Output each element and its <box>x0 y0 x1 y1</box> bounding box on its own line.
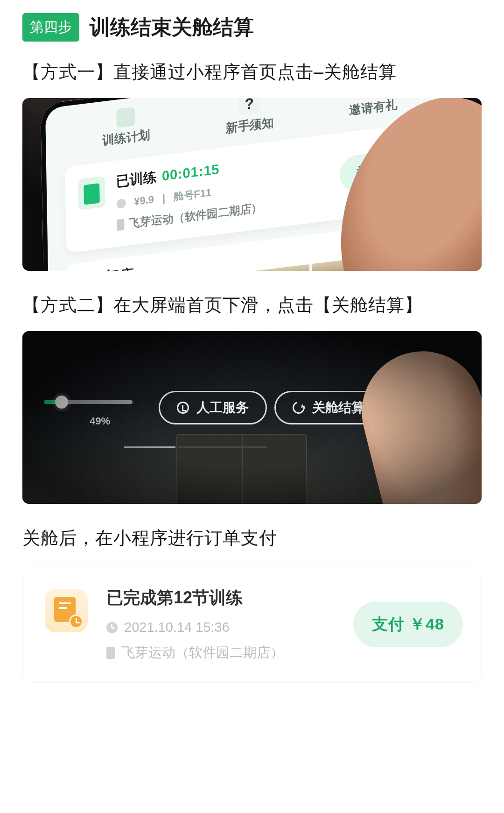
headset-icon <box>177 402 189 414</box>
trained-duration: 00:01:15 <box>162 162 220 184</box>
slider-percent: 49% <box>90 415 110 427</box>
trained-label: 已训练 <box>116 168 156 191</box>
clipboard-icon <box>78 176 105 210</box>
tab-invite-gift[interactable]: 邀请有礼 <box>349 98 398 121</box>
location-icon <box>106 647 115 659</box>
order-store: 飞芽运动（软件园二期店） <box>121 643 284 662</box>
screen-settle-label: 关舱结算 <box>312 399 364 417</box>
step-header: 第四步 训练结束关舱结算 <box>22 13 482 42</box>
tab-training-plan[interactable]: 训练计划 <box>102 105 151 152</box>
location-icon <box>117 219 124 231</box>
tab-newbie-guide[interactable]: ? 新手须知 <box>225 98 274 137</box>
method1-illustration: 训练计划 ? 新手须知 邀请有礼 已训练 00:01:15 <box>22 98 482 271</box>
payment-note: 关舱后，在小程序进行订单支付 <box>22 526 482 550</box>
question-icon: ? <box>238 98 260 116</box>
manual-service-label: 人工服务 <box>196 399 249 417</box>
order-title: 已完成第12节训练 <box>106 587 335 609</box>
clock-badge-icon <box>69 615 83 629</box>
clock-icon <box>106 622 118 633</box>
order-time: 2021.10.14 15:36 <box>124 620 230 635</box>
order-doc-icon <box>45 589 88 632</box>
step-badge: 第四步 <box>22 13 79 42</box>
step-title: 训练结束关舱结算 <box>90 14 254 41</box>
manual-service-button[interactable]: 人工服务 <box>159 391 267 424</box>
slider-knob[interactable] <box>55 396 68 409</box>
order-card: 已完成第12节训练 2021.10.14 15:36 飞芽运动（软件园二期店） … <box>22 566 482 683</box>
method2-illustration: 49% 人工服务 关舱结算 <box>22 331 482 504</box>
method1-heading: 【方式一】直接通过小程序首页点击–关舱结算 <box>22 60 482 84</box>
cabin-number: 舱号F11 <box>173 185 211 204</box>
clock-icon <box>116 198 126 209</box>
pay-button[interactable]: 支付 ￥48 <box>353 601 463 647</box>
method2-heading: 【方式二】在大屏端首页下滑，点击【关舱结算】 <box>22 293 482 317</box>
refresh-icon <box>291 400 307 416</box>
hand-finger <box>349 339 482 504</box>
trained-price: ¥9.9 <box>134 193 154 208</box>
